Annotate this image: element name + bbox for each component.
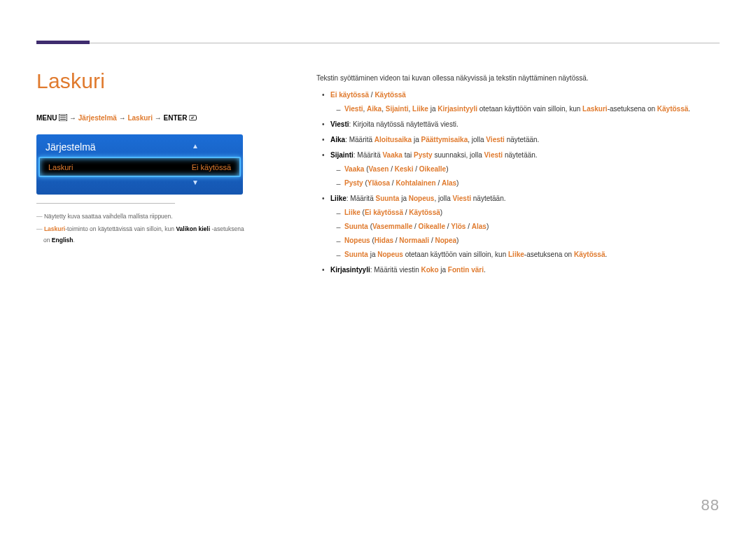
intro-text: Tekstin syöttäminen videon tai kuvan oll… bbox=[316, 73, 720, 84]
osd-row-label: Laskuri bbox=[48, 163, 73, 171]
bullet-enable: Ei käytössä / Käytössä Viesti, Aika, Sij… bbox=[316, 90, 720, 115]
header-accent bbox=[36, 41, 90, 44]
osd-row-value: Ei käytössä bbox=[192, 163, 231, 171]
footnote-rule bbox=[36, 203, 175, 204]
bullet-aika: Aika: Määritä Aloitusaika ja Päättymisai… bbox=[316, 134, 720, 146]
breadcrumb: MENU → Järjestelmä → Laskuri → ENTER bbox=[36, 114, 246, 122]
body-text: Tekstin syöttäminen videon tai kuvan oll… bbox=[316, 73, 720, 280]
dash-suunta: Suunta (Vasemmalle / Oikealle / Ylös / A… bbox=[330, 221, 720, 232]
dash-pysty: Pysty (Yläosa / Kohtalainen / Alas) bbox=[330, 178, 720, 189]
arrow-down-icon[interactable]: ▼ bbox=[192, 178, 199, 186]
dash-liike-note: Suunta ja Nopeus otetaan käyttöön vain s… bbox=[330, 249, 720, 260]
footnote-2: ― Laskuri-toiminto on käytettävissä vain… bbox=[36, 223, 246, 246]
bullet-viesti: Viesti: Kirjoita näytössä näytettävä vie… bbox=[316, 119, 720, 130]
osd-panel: Järjestelmä ▲ Laskuri Ei käytössä ▼ bbox=[36, 134, 243, 195]
osd-title: Järjestelmä bbox=[46, 141, 96, 153]
svg-marker-5 bbox=[191, 118, 192, 119]
osd-header: Järjestelmä ▲ bbox=[38, 136, 241, 157]
bullet-sijainti: Sijainti: Määritä Vaaka tai Pysty suunna… bbox=[316, 150, 720, 189]
enter-icon bbox=[189, 114, 197, 121]
osd-row-laskuri[interactable]: Laskuri Ei käytössä bbox=[38, 157, 241, 177]
page-title: Laskuri bbox=[36, 69, 246, 93]
header-rule bbox=[36, 43, 720, 43]
bullet-liike: Liike: Määritä Suunta ja Nopeus, jolla V… bbox=[316, 193, 720, 260]
menu-icon bbox=[59, 114, 67, 121]
dash-enable-note: Viesti, Aika, Sijainti, Liike ja Kirjasi… bbox=[330, 104, 720, 115]
arrow-up-icon[interactable]: ▲ bbox=[192, 142, 199, 150]
osd-footer: ▼ bbox=[38, 177, 241, 192]
bullet-kirjasintyyli: Kirjasintyyli: Määritä viestin Koko ja F… bbox=[316, 265, 720, 276]
dash-vaaka: Vaaka (Vasen / Keski / Oikealle) bbox=[330, 164, 720, 175]
dash-liike-toggle: Liike (Ei käytössä / Käytössä) bbox=[330, 207, 720, 218]
footnote-1: ― Näytetty kuva saattaa vaihdella mallis… bbox=[36, 211, 246, 222]
page-number: 88 bbox=[701, 496, 720, 514]
dash-nopeus: Nopeus (Hidas / Normaali / Nopea) bbox=[330, 235, 720, 246]
